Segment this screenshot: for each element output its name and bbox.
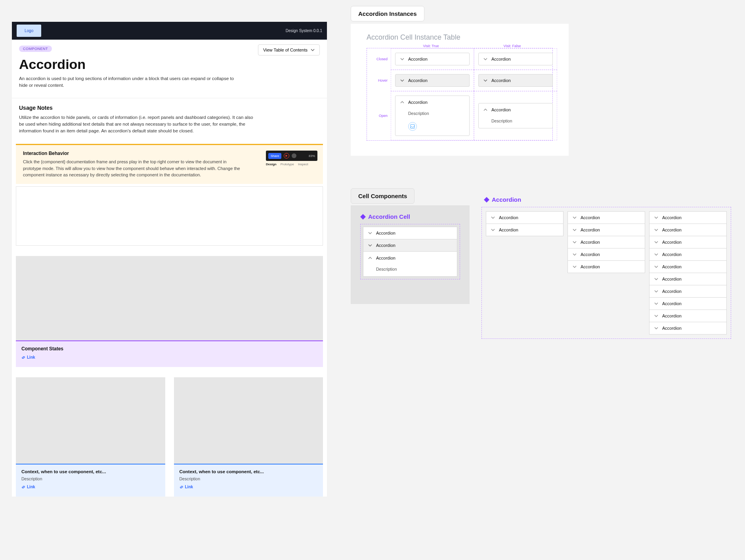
usage-card-link[interactable]: Link xyxy=(21,485,35,489)
usage-card-link[interactable]: Link xyxy=(180,485,193,489)
usage-card-info: Context, when to use component, etc... D… xyxy=(16,464,165,497)
accordion-label: Accordion xyxy=(662,289,682,294)
accordion-cell-hover[interactable]: Accordion xyxy=(363,239,457,251)
instance-grid: Closed Accordion Accordion Hover xyxy=(367,48,553,141)
accordion-label: Accordion xyxy=(376,231,395,235)
accordion-cell-closed[interactable]: Accordion xyxy=(649,297,727,310)
page-title: Accordion xyxy=(19,57,320,72)
tab-design[interactable]: Design xyxy=(266,162,277,166)
accordion-cell-hover[interactable]: Accordion xyxy=(478,74,553,87)
accordion-cell-closed[interactable]: Accordion xyxy=(649,322,727,334)
accordion-label: Accordion xyxy=(408,78,428,83)
accordion-component-panel: Accordion AccordionAccordionAccordionAcc… xyxy=(481,196,731,339)
usage-card-title: Context, when to use component, etc... xyxy=(180,469,318,474)
accordion-cell-closed[interactable]: Accordion xyxy=(486,224,564,236)
accordion-instances-panel: Accordion Cell Instance Table Visit: Tru… xyxy=(351,24,569,156)
instance-cell: Accordion xyxy=(391,48,474,70)
chevron-down-icon xyxy=(483,57,487,61)
accordion-label: Accordion xyxy=(662,301,682,306)
link-icon xyxy=(21,485,25,489)
accordion-cell-closed[interactable]: Accordion xyxy=(395,53,470,65)
accordion-label: Accordion xyxy=(581,227,600,232)
accordion-cell-closed[interactable]: Accordion xyxy=(567,260,645,273)
chevron-up-icon xyxy=(368,256,372,260)
chevron-down-icon xyxy=(654,326,658,330)
col-header-false: Visit: False xyxy=(472,44,553,48)
chevron-down-icon xyxy=(491,228,495,232)
usage-card-description: Description xyxy=(180,476,318,481)
instance-cell: Accordion xyxy=(474,70,557,91)
instance-cell: Accordion xyxy=(391,70,474,91)
accordion-body: Description xyxy=(400,111,429,116)
accordion-cell-closed[interactable]: Accordion xyxy=(478,53,553,65)
accordion-label: Accordion xyxy=(408,100,428,105)
tab-inspect[interactable]: Inspect xyxy=(298,162,308,166)
instance-cell: Accordion Description xyxy=(474,91,557,140)
accordion-cell-closed[interactable]: Accordion xyxy=(649,273,727,285)
usage-card-info: Context, when to use component, etc... D… xyxy=(174,464,323,497)
instance-cell: Accordion xyxy=(474,48,557,70)
accordion-label: Accordion xyxy=(581,215,600,220)
zoom-level: 83% xyxy=(309,154,315,158)
accordion-cell-closed[interactable]: Accordion xyxy=(567,224,645,236)
accordion-cell-closed[interactable]: Accordion xyxy=(363,227,457,239)
link-label: Link xyxy=(27,485,35,489)
accordion-cell-open[interactable]: Accordion Description xyxy=(478,103,553,128)
accordion-variant-column: AccordionAccordionAccordionAccordionAcco… xyxy=(649,211,727,334)
chevron-up-icon xyxy=(400,100,404,104)
image-icon xyxy=(410,124,415,129)
accordion-label: Accordion xyxy=(491,107,511,112)
accordion-label: Accordion xyxy=(376,256,395,260)
component-states-heading: Component States xyxy=(21,346,317,352)
interaction-behavior-box: Interaction Behavior Click the {componen… xyxy=(16,144,323,184)
accordion-cell-closed[interactable]: Accordion xyxy=(649,224,727,236)
accordion-cell-closed[interactable]: Accordion xyxy=(486,211,564,224)
table-of-contents-button[interactable]: View Table of Contents xyxy=(258,44,320,55)
prototype-toolbar: Share 83% xyxy=(266,151,317,161)
chevron-down-icon xyxy=(400,57,404,61)
chevron-down-icon xyxy=(368,243,372,247)
accordion-label: Accordion xyxy=(662,240,682,245)
accordion-cell-closed[interactable]: Accordion xyxy=(649,211,727,224)
cell-components-tab[interactable]: Cell Components xyxy=(351,188,415,204)
accordion-variant-column: AccordionAccordion xyxy=(486,211,564,334)
accordion-cell-closed[interactable]: Accordion xyxy=(649,310,727,322)
accordion-body: Description xyxy=(483,118,512,123)
accordion-body: Description xyxy=(368,267,397,271)
accordion-instances-tab[interactable]: Accordion Instances xyxy=(351,6,424,21)
accordion-cell-closed[interactable]: Accordion xyxy=(649,260,727,273)
design-system-version: Design System 0.0.1 xyxy=(286,29,322,33)
accordion-cell-closed[interactable]: Accordion xyxy=(567,248,645,260)
chevron-down-icon xyxy=(311,48,315,52)
documentation-panel: Logo Design System 0.0.1 View Table of C… xyxy=(12,22,327,497)
accordion-cell-closed[interactable]: Accordion xyxy=(649,236,727,248)
doc-header: Logo Design System 0.0.1 xyxy=(12,22,327,40)
component-name-label: Accordion Cell xyxy=(368,213,410,220)
accordion-cell-closed[interactable]: Accordion xyxy=(567,236,645,248)
share-button[interactable]: Share xyxy=(268,153,281,159)
accordion-cell-hover[interactable]: Accordion xyxy=(395,74,470,87)
component-states-link[interactable]: Link xyxy=(21,355,35,359)
accordion-label: Accordion xyxy=(499,215,518,220)
accordion-cell-closed[interactable]: Accordion xyxy=(649,285,727,297)
prototype-thumbnail: Share 83% Design Prototype Inspect xyxy=(266,151,317,166)
link-label: Link xyxy=(27,355,35,359)
chevron-down-icon xyxy=(573,252,577,256)
chevron-down-icon xyxy=(400,78,404,82)
usage-notes-section: Usage Notes Utilize the accordion to hid… xyxy=(12,98,327,144)
component-thumb xyxy=(408,122,417,131)
chevron-down-icon xyxy=(654,265,658,269)
tab-prototype[interactable]: Prototype xyxy=(281,162,294,166)
accordion-cell-closed[interactable]: Accordion xyxy=(649,248,727,260)
accordion-cell-open[interactable]: Accordion Description xyxy=(363,251,457,277)
accordion-cell-closed[interactable]: Accordion xyxy=(567,211,645,224)
chevron-up-icon xyxy=(483,108,487,112)
accordion-cell-open[interactable]: Accordion Description xyxy=(395,96,470,136)
component-states-strip: Component States Link xyxy=(16,341,323,367)
row-label-closed: Closed xyxy=(367,48,391,70)
usage-card-preview xyxy=(174,377,323,464)
component-states-preview xyxy=(16,256,323,341)
usage-card-preview xyxy=(16,377,165,464)
play-button[interactable] xyxy=(284,153,289,159)
component-name-accordion: Accordion xyxy=(484,196,731,203)
